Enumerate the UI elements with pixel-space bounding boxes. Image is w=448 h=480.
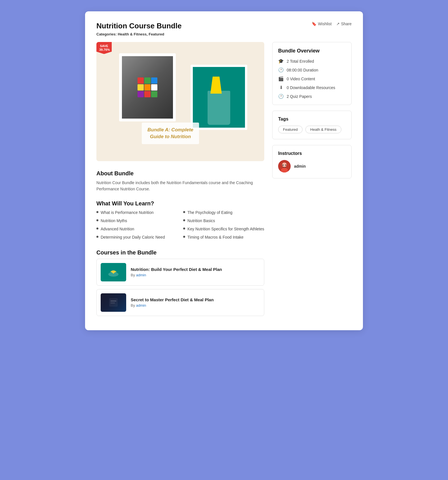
downloads-text: 0 Downloadable Resources	[287, 85, 335, 90]
course-info-2: Secret to Master Perfect Diet & Meal Pla…	[131, 297, 260, 308]
share-icon: ↗	[336, 22, 340, 26]
rubik-cell	[138, 77, 144, 84]
course-author-link-2[interactable]: admin	[136, 303, 146, 308]
tags-title: Tags	[278, 117, 346, 122]
learn-item-text: Nutrition Myths	[101, 218, 127, 224]
overview-item-quiz: 🕐 2 Quiz Papers	[278, 94, 346, 99]
tag-featured[interactable]: Featured	[278, 126, 303, 133]
learn-item-text: What is Performance Nutrition	[101, 210, 154, 216]
course-author-link-1[interactable]: admin	[136, 273, 146, 277]
bullet-icon	[96, 219, 98, 221]
share-label: Share	[341, 22, 352, 26]
learn-item-text: Nutrition Basics	[187, 218, 215, 224]
rubik-cell	[144, 91, 151, 97]
left-col: SAVE 39.76%	[96, 42, 264, 316]
liquid-pour	[210, 77, 222, 94]
overview-items: 🎓 2 Total Enrolled 🕐 08:00:00 Duration 🎬…	[278, 58, 346, 99]
title-section: Nutrition Course Bundle Categories: Heal…	[96, 22, 181, 36]
rubik-cell	[151, 77, 157, 84]
header-actions: 🔖 Wishlist ↗ Share	[312, 22, 352, 26]
course-thumb-1	[101, 263, 126, 281]
course-by-2: By admin	[131, 303, 260, 308]
overview-item-enrolled: 🎓 2 Total Enrolled	[278, 58, 346, 64]
video-icon: 🎬	[278, 76, 284, 81]
overview-item-video: 🎬 0 Video Content	[278, 76, 346, 81]
avatar	[278, 160, 291, 172]
hero-images: Bundle A: CompleteGuide to Nutrition	[96, 42, 264, 161]
thumb-icon	[108, 266, 119, 278]
categories-values: Health & Fitness, Featured	[118, 32, 164, 36]
learn-item-text: The Psychology of Eating	[187, 210, 233, 216]
bundle-overlay: Bundle A: CompleteGuide to Nutrition	[142, 123, 199, 144]
course-name-2: Secret to Master Perfect Diet & Meal Pla…	[131, 297, 260, 302]
about-description: Nutrition Cour Bundle includes both the …	[96, 180, 264, 192]
list-item: Advanced Nutrition	[96, 226, 177, 232]
download-icon: ⬇	[278, 85, 284, 90]
learn-title: What Will You Learn?	[96, 200, 264, 207]
wishlist-label: Wishlist	[318, 22, 331, 26]
course-by-1: By admin	[131, 273, 260, 277]
list-item: What is Performance Nutrition	[96, 210, 177, 216]
enrolled-text: 2 Total Enrolled	[287, 59, 314, 64]
right-col: Bundle Overview 🎓 2 Total Enrolled 🕐 08:…	[272, 42, 352, 316]
instructor-name: admin	[294, 164, 306, 169]
bullet-icon	[183, 228, 185, 230]
hero-image: SAVE 39.76%	[96, 42, 264, 161]
bullet-icon	[96, 228, 98, 230]
instructor-row: admin	[278, 160, 346, 172]
categories-label: Categories:	[96, 32, 117, 36]
liquid-image	[191, 65, 247, 130]
list-item: Determining your Daily Caloric Need	[96, 234, 177, 240]
bundle-overview-card: Bundle Overview 🎓 2 Total Enrolled 🕐 08:…	[272, 42, 352, 105]
rubik-cell	[151, 91, 157, 97]
bullet-icon	[96, 236, 98, 238]
wishlist-button[interactable]: 🔖 Wishlist	[312, 22, 331, 26]
categories-row: Categories: Health & Fitness, Featured	[96, 32, 181, 36]
wishlist-icon: 🔖	[312, 22, 316, 26]
bullet-icon	[183, 236, 185, 238]
instructors-card: Instructors admin	[272, 145, 352, 178]
learn-item-text: Determining your Daily Caloric Need	[101, 234, 165, 240]
glass	[208, 91, 230, 125]
tags-card: Tags Featured Heath & Fitness	[272, 111, 352, 139]
svg-point-7	[282, 165, 284, 166]
duration-icon: 🕐	[278, 67, 284, 73]
duration-text: 08:00:00 Duration	[287, 68, 318, 72]
learn-grid: What is Performance Nutrition The Psycho…	[96, 210, 264, 240]
bullet-icon	[183, 219, 185, 221]
main-content: SAVE 39.76%	[96, 42, 352, 316]
tags-row: Featured Heath & Fitness	[278, 126, 346, 133]
thumb-dark	[101, 293, 126, 312]
courses-title: Courses in the Bundle	[96, 249, 264, 256]
rubik-cell	[151, 84, 157, 90]
page-title: Nutrition Course Bundle	[96, 22, 181, 30]
rubik-cell	[138, 84, 144, 90]
svg-rect-1	[109, 298, 118, 307]
bundle-overview-title: Bundle Overview	[278, 48, 346, 54]
bundle-overlay-text: Bundle A: CompleteGuide to Nutrition	[147, 127, 193, 140]
learn-item-text: Advanced Nutrition	[101, 226, 134, 232]
course-name-1: Nutrition: Build Your Perfect Diet & Mea…	[131, 267, 260, 272]
course-card-2[interactable]: Secret to Master Perfect Diet & Meal Pla…	[96, 289, 264, 316]
quiz-icon: 🕐	[278, 94, 284, 99]
list-item: Nutrition Myths	[96, 218, 177, 224]
bullet-icon	[96, 211, 98, 213]
bullet-icon	[183, 211, 185, 213]
list-item: The Psychology of Eating	[183, 210, 264, 216]
page-card: Nutrition Course Bundle Categories: Heal…	[85, 11, 363, 330]
quiz-text: 2 Quiz Papers	[287, 94, 312, 99]
svg-point-8	[285, 165, 286, 166]
course-thumb-2	[101, 293, 126, 312]
rubik-image	[119, 53, 176, 121]
overview-item-downloads: ⬇ 0 Downloadable Resources	[278, 85, 346, 90]
rubik-cell	[144, 77, 151, 84]
share-button[interactable]: ↗ Share	[336, 22, 352, 26]
instructors-title: Instructors	[278, 151, 346, 156]
avatar-image	[278, 160, 291, 172]
tag-heath-fitness[interactable]: Heath & Fitness	[305, 126, 341, 133]
rubik-grid	[138, 77, 157, 97]
rubik-cell	[138, 91, 144, 97]
course-card-1[interactable]: Nutrition: Build Your Perfect Diet & Mea…	[96, 259, 264, 286]
overview-item-duration: 🕐 08:00:00 Duration	[278, 67, 346, 73]
list-item: Nutrition Basics	[183, 218, 264, 224]
